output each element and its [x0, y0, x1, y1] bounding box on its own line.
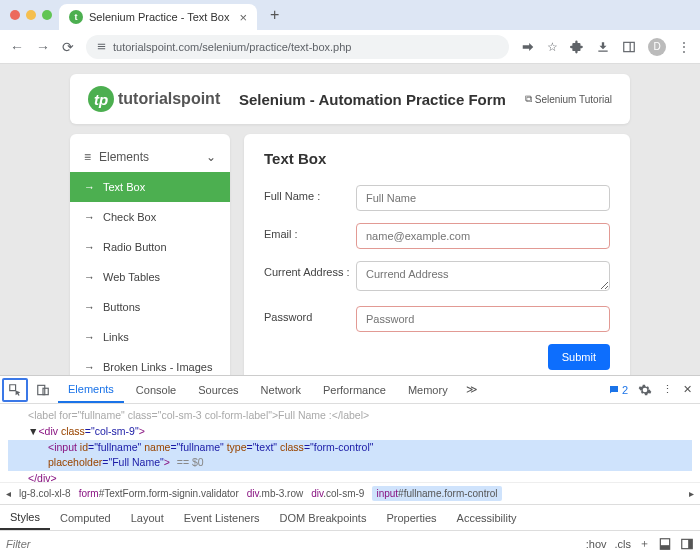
address-label: Current Address : [264, 261, 356, 278]
devtools-tab-memory[interactable]: Memory [398, 376, 458, 403]
crumb-scroll-left-icon[interactable]: ◂ [6, 488, 11, 499]
dom-selected-line-2[interactable]: placeholder="Full Name"> == $0 [8, 455, 692, 471]
address-bar[interactable]: tutorialspoint.com/selenium/practice/tex… [86, 35, 509, 59]
arrow-right-icon: → [84, 301, 95, 313]
devtools-tab-sources[interactable]: Sources [188, 376, 248, 403]
svg-rect-3 [43, 388, 48, 394]
arrow-right-icon: → [84, 271, 95, 283]
breadcrumb-item[interactable]: div.col-sm-9 [311, 488, 364, 499]
fullname-label: Full Name : [264, 185, 356, 202]
arrow-right-icon: → [84, 241, 95, 253]
sidebar-item-buttons[interactable]: →Buttons [70, 292, 230, 322]
device-toggle-icon[interactable] [30, 378, 56, 402]
tutorial-link[interactable]: ⧉ Selenium Tutorial [525, 93, 612, 105]
sidebar-item-web-tables[interactable]: →Web Tables [70, 262, 230, 292]
svg-rect-0 [624, 42, 635, 51]
styles-filter-row: :hov .cls ＋ [0, 530, 700, 556]
subtab-event-listeners[interactable]: Event Listeners [174, 505, 270, 530]
subtab-styles[interactable]: Styles [0, 505, 50, 530]
subtab-dom-breakpoints[interactable]: DOM Breakpoints [270, 505, 377, 530]
devtools-tab-network[interactable]: Network [251, 376, 311, 403]
computed-toggle-icon[interactable] [658, 537, 672, 551]
inspect-element-icon[interactable] [2, 378, 28, 402]
breadcrumb-item[interactable]: div.mb-3.row [247, 488, 304, 499]
brand-name: tutorialspoint [118, 90, 220, 108]
panel-icon[interactable] [622, 40, 636, 54]
dom-tree[interactable]: <label for="fullname" class="col-sm-3 co… [0, 404, 700, 482]
page-header: tp tutorialspoint Selenium - Automation … [70, 74, 630, 124]
styles-subtabs: Styles Computed Layout Event Listeners D… [0, 504, 700, 530]
browser-tab[interactable]: t Selenium Practice - Text Box × [59, 4, 257, 30]
subtab-properties[interactable]: Properties [376, 505, 446, 530]
toolbar-actions: ☆ D ⋮ [521, 38, 690, 56]
dom-line[interactable]: </div> [8, 471, 692, 482]
sidebar-heading[interactable]: ≡ Elements ⌄ [70, 142, 230, 172]
settings-icon[interactable] [638, 383, 652, 397]
forward-button[interactable]: → [36, 39, 50, 55]
messages-badge[interactable]: 2 [608, 384, 628, 396]
back-button[interactable]: ← [10, 39, 24, 55]
more-tabs-icon[interactable]: ≫ [460, 383, 484, 396]
sidebar-item-links[interactable]: →Links [70, 322, 230, 352]
svg-rect-7 [688, 539, 692, 548]
close-devtools-icon[interactable]: ✕ [683, 383, 692, 396]
arrow-right-icon: → [84, 331, 95, 343]
email-input[interactable] [356, 223, 610, 249]
breadcrumb-item[interactable]: formform#TextForm.form-signin.validator#… [79, 488, 239, 499]
sidebar-item-check-box[interactable]: →Check Box [70, 202, 230, 232]
arrow-right-icon: → [84, 211, 95, 223]
close-window-icon[interactable] [10, 10, 20, 20]
dom-selected-line[interactable]: <input id="fullname" name="fullname" typ… [8, 440, 692, 456]
sidebar-item-radio-button[interactable]: →Radio Button [70, 232, 230, 262]
sidebar-toggle-icon[interactable] [680, 537, 694, 551]
menu-icon: ≡ [84, 150, 91, 164]
password-input[interactable] [356, 306, 610, 332]
new-tab-button[interactable]: + [270, 6, 279, 24]
form-heading: Text Box [264, 150, 610, 167]
chrome-menu-icon[interactable]: ⋮ [678, 40, 690, 54]
email-label: Email : [264, 223, 356, 240]
subtab-accessibility[interactable]: Accessibility [447, 505, 527, 530]
password-label: Password [264, 306, 356, 323]
share-icon[interactable] [521, 40, 535, 54]
site-info-icon [96, 41, 107, 52]
page-viewport: tp tutorialspoint Selenium - Automation … [0, 64, 700, 375]
download-icon[interactable] [596, 40, 610, 54]
maximize-window-icon[interactable] [42, 10, 52, 20]
hov-toggle[interactable]: :hov [586, 538, 607, 550]
dom-line[interactable]: ▼<div class="col-sm-9"> [8, 424, 692, 440]
devtools-tabs: Elements Console Sources Network Perform… [0, 376, 700, 404]
close-tab-icon[interactable]: × [239, 10, 247, 25]
tab-title: Selenium Practice - Text Box [89, 11, 229, 23]
form-panel: Text Box Full Name : Email : Current Add… [244, 134, 630, 375]
reload-button[interactable]: ⟳ [62, 39, 74, 55]
minimize-window-icon[interactable] [26, 10, 36, 20]
devtools-menu-icon[interactable]: ⋮ [662, 383, 673, 396]
submit-button[interactable]: Submit [548, 344, 610, 370]
sidebar-item-text-box[interactable]: →Text Box [70, 172, 230, 202]
sidebar-item-broken-links[interactable]: →Broken Links - Images [70, 352, 230, 375]
breadcrumb-item[interactable]: lg-8.col-xl-8 [19, 488, 71, 499]
brand-logo[interactable]: tp tutorialspoint [88, 86, 220, 112]
window-controls [10, 10, 52, 20]
crumb-scroll-right-icon[interactable]: ▸ [689, 488, 694, 499]
fullname-input[interactable] [356, 185, 610, 211]
devtools-tab-elements[interactable]: Elements [58, 376, 124, 403]
bookmark-icon[interactable]: ☆ [547, 40, 558, 54]
styles-filter-input[interactable] [6, 538, 578, 550]
sidebar: ≡ Elements ⌄ →Text Box →Check Box →Radio… [70, 134, 230, 375]
profile-avatar[interactable]: D [648, 38, 666, 56]
subtab-layout[interactable]: Layout [121, 505, 174, 530]
devtools-tab-console[interactable]: Console [126, 376, 186, 403]
dom-breadcrumbs[interactable]: ◂ lg-8.col-xl-8 formform#TextForm.form-s… [0, 482, 700, 504]
cls-toggle[interactable]: .cls [615, 538, 632, 550]
chevron-down-icon: ⌄ [206, 150, 216, 164]
breadcrumb-item-selected[interactable]: input#fullname.form-control [372, 486, 501, 501]
devtools-tab-performance[interactable]: Performance [313, 376, 396, 403]
subtab-computed[interactable]: Computed [50, 505, 121, 530]
address-textarea[interactable] [356, 261, 610, 291]
browser-toolbar: ← → ⟳ tutorialspoint.com/selenium/practi… [0, 30, 700, 64]
new-style-rule-icon[interactable]: ＋ [639, 536, 650, 551]
page-title: Selenium - Automation Practice Form [234, 91, 511, 108]
extensions-icon[interactable] [570, 40, 584, 54]
